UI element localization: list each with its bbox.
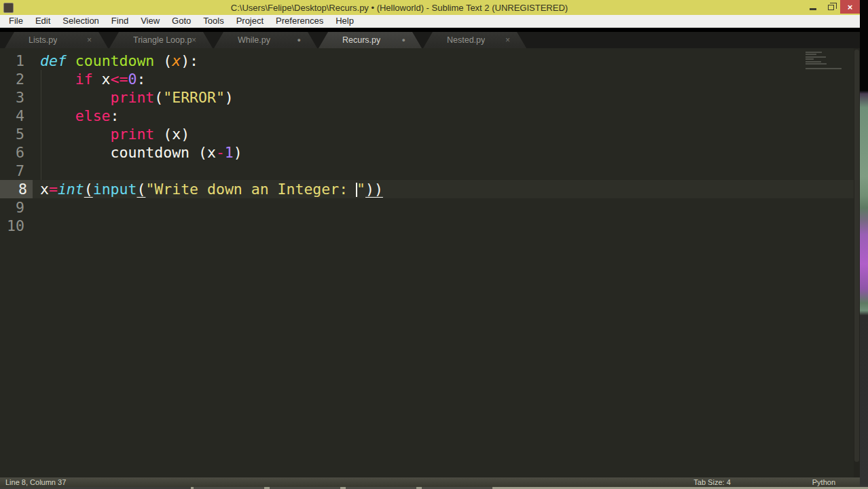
code-line[interactable]: 9 — [0, 198, 860, 217]
tab-lists-py[interactable]: Lists.py× — [5, 32, 108, 48]
menu-item-edit[interactable]: Edit — [29, 15, 56, 27]
tab-close-icon[interactable]: × — [505, 36, 510, 44]
line-code: def countdown (x): — [40, 52, 198, 70]
syntax-label[interactable]: Python — [812, 478, 835, 486]
menu-item-goto[interactable]: Goto — [166, 15, 197, 27]
token: "Write down an Integer: — [145, 181, 357, 198]
token — [40, 89, 111, 106]
code-line[interactable]: 10 — [0, 217, 860, 235]
minimap-line — [806, 63, 827, 65]
minimap-line — [806, 52, 822, 53]
token: 0 — [128, 71, 137, 88]
minimap-line — [806, 58, 814, 60]
title-bar[interactable]: C:\Users\Felipe\Desktop\Recurs.py • (Hel… — [0, 0, 860, 15]
tab-triangle-loop-py[interactable]: Triangle Loop.py× — [109, 32, 213, 48]
status-right: Tab Size: 4 Python — [693, 478, 860, 486]
line-number: 8 — [0, 180, 33, 198]
tab-label: Triangle Loop.py — [133, 35, 192, 45]
tab-close-icon[interactable]: × — [87, 36, 92, 44]
token: (x) — [154, 126, 189, 143]
minimap-line — [806, 68, 842, 69]
tab-nested-py[interactable]: Nested.py× — [423, 32, 526, 48]
minimize-icon — [810, 8, 816, 10]
menu-item-view[interactable]: View — [134, 15, 166, 27]
tab-modified-icon[interactable]: ● — [297, 37, 301, 43]
code-line[interactable]: 2 if x<=0: — [0, 70, 860, 88]
scrollbar-thumb[interactable] — [854, 50, 859, 462]
code-line[interactable]: 4 else: — [0, 107, 860, 125]
cursor-position-label: Line 8, Column 37 — [5, 478, 66, 486]
token — [40, 71, 75, 88]
token: ) — [234, 144, 242, 161]
menu-item-help[interactable]: Help — [329, 15, 360, 27]
token: countdown — [75, 52, 155, 69]
token: ( — [154, 89, 163, 106]
token: input — [93, 181, 137, 198]
token: = — [49, 181, 58, 198]
token: countdown (x — [40, 144, 216, 161]
token: : — [137, 71, 145, 88]
desktop-wallpaper-strip — [860, 0, 868, 489]
line-code: countdown (x-1) — [40, 143, 242, 162]
token: print — [111, 89, 155, 106]
minimap[interactable] — [806, 52, 845, 75]
status-bar: Line 8, Column 37 Tab Size: 4 Python — [0, 477, 860, 487]
sublime-window: C:\Users\Felipe\Desktop\Recurs.py • (Hel… — [0, 0, 860, 487]
tab-bar: Lists.py×Triangle Loop.py×While.py●Recur… — [0, 28, 860, 48]
restore-button[interactable] — [822, 0, 840, 14]
tab-close-icon[interactable]: × — [192, 36, 196, 44]
token: ( — [137, 181, 145, 198]
token: if — [75, 71, 93, 88]
line-number: 10 — [0, 217, 30, 235]
menu-item-preferences[interactable]: Preferences — [270, 15, 329, 27]
token: x — [93, 71, 111, 88]
token — [40, 107, 75, 124]
tab-modified-icon[interactable]: ● — [402, 37, 405, 43]
tab-size-label[interactable]: Tab Size: 4 — [693, 478, 730, 486]
code-line[interactable]: 6 countdown (x-1) — [0, 143, 860, 162]
token: def — [40, 52, 67, 69]
code-line[interactable]: 1def countdown (x): — [0, 52, 860, 70]
line-number: 1 — [0, 52, 30, 70]
vertical-scrollbar[interactable] — [854, 48, 860, 477]
menu-item-tools[interactable]: Tools — [197, 15, 230, 27]
line-number: 9 — [0, 198, 30, 217]
menu-item-find[interactable]: Find — [105, 15, 134, 27]
code-area: 1def countdown (x):2 if x<=0:3 print("ER… — [0, 52, 860, 235]
tab-while-py[interactable]: While.py● — [214, 32, 317, 48]
token — [67, 52, 75, 69]
menu-item-project[interactable]: Project — [230, 15, 270, 27]
code-line[interactable]: 3 print("ERROR") — [0, 88, 860, 107]
token: x — [172, 52, 181, 69]
minimap-line — [806, 56, 826, 58]
token: <= — [111, 71, 128, 88]
code-line[interactable]: 8x=int(input("Write down an Integer: ")) — [0, 180, 860, 198]
token: )) — [365, 181, 383, 198]
close-button[interactable]: × — [840, 0, 860, 14]
close-icon: × — [848, 2, 853, 12]
token — [40, 126, 111, 143]
screen: C:\Users\Felipe\Desktop\Recurs.py • (Hel… — [0, 0, 868, 489]
line-code: else: — [40, 107, 120, 125]
token: : — [111, 107, 120, 124]
line-number: 2 — [0, 70, 30, 88]
minimize-button[interactable] — [803, 0, 822, 14]
tab-label: Recurs.py — [342, 35, 380, 45]
minimap-line — [806, 54, 816, 55]
token: int — [58, 181, 84, 198]
menu-item-selection[interactable]: Selection — [56, 15, 105, 27]
token: ( — [154, 52, 172, 69]
tab-label: Lists.py — [29, 35, 57, 45]
token: x — [40, 181, 49, 198]
line-number: 5 — [0, 125, 30, 143]
token: ) — [225, 89, 234, 106]
line-number: 7 — [0, 162, 30, 180]
code-line[interactable]: 5 print (x) — [0, 125, 860, 143]
line-number: 4 — [0, 107, 30, 125]
token: else — [75, 107, 111, 124]
tab-recurs-py[interactable]: Recurs.py● — [319, 32, 422, 48]
line-code: print("ERROR") — [40, 88, 234, 107]
menu-item-file[interactable]: File — [3, 15, 29, 27]
code-line[interactable]: 7 — [0, 162, 860, 180]
editor[interactable]: 1def countdown (x):2 if x<=0:3 print("ER… — [0, 48, 860, 477]
